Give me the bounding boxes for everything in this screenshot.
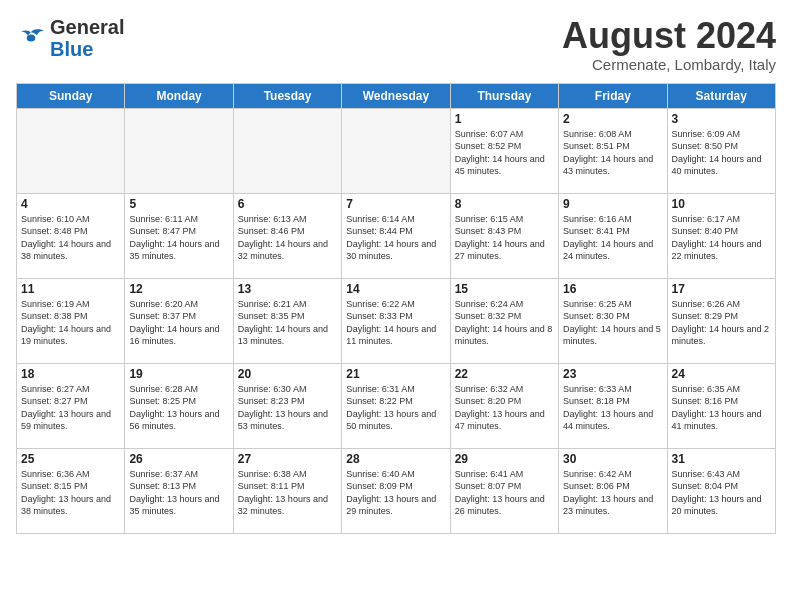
calendar-cell: 16Sunrise: 6:25 AM Sunset: 8:30 PM Dayli…	[559, 278, 667, 363]
weekday-header-monday: Monday	[125, 83, 233, 108]
calendar-cell: 24Sunrise: 6:35 AM Sunset: 8:16 PM Dayli…	[667, 363, 775, 448]
day-number: 6	[238, 197, 337, 211]
calendar-cell: 17Sunrise: 6:26 AM Sunset: 8:29 PM Dayli…	[667, 278, 775, 363]
day-number: 4	[21, 197, 120, 211]
day-number: 17	[672, 282, 771, 296]
calendar-cell: 21Sunrise: 6:31 AM Sunset: 8:22 PM Dayli…	[342, 363, 450, 448]
day-info: Sunrise: 6:36 AM Sunset: 8:15 PM Dayligh…	[21, 468, 120, 518]
day-info: Sunrise: 6:30 AM Sunset: 8:23 PM Dayligh…	[238, 383, 337, 433]
day-info: Sunrise: 6:37 AM Sunset: 8:13 PM Dayligh…	[129, 468, 228, 518]
calendar-cell: 2Sunrise: 6:08 AM Sunset: 8:51 PM Daylig…	[559, 108, 667, 193]
day-info: Sunrise: 6:24 AM Sunset: 8:32 PM Dayligh…	[455, 298, 554, 348]
location-text: Cermenate, Lombardy, Italy	[562, 56, 776, 73]
day-info: Sunrise: 6:11 AM Sunset: 8:47 PM Dayligh…	[129, 213, 228, 263]
calendar-cell: 15Sunrise: 6:24 AM Sunset: 8:32 PM Dayli…	[450, 278, 558, 363]
calendar-cell	[125, 108, 233, 193]
weekday-header-friday: Friday	[559, 83, 667, 108]
day-info: Sunrise: 6:33 AM Sunset: 8:18 PM Dayligh…	[563, 383, 662, 433]
calendar-cell: 14Sunrise: 6:22 AM Sunset: 8:33 PM Dayli…	[342, 278, 450, 363]
calendar-cell: 31Sunrise: 6:43 AM Sunset: 8:04 PM Dayli…	[667, 448, 775, 533]
day-info: Sunrise: 6:13 AM Sunset: 8:46 PM Dayligh…	[238, 213, 337, 263]
day-info: Sunrise: 6:07 AM Sunset: 8:52 PM Dayligh…	[455, 128, 554, 178]
day-number: 11	[21, 282, 120, 296]
calendar-week-row: 25Sunrise: 6:36 AM Sunset: 8:15 PM Dayli…	[17, 448, 776, 533]
day-number: 3	[672, 112, 771, 126]
day-number: 20	[238, 367, 337, 381]
day-number: 19	[129, 367, 228, 381]
calendar-cell: 4Sunrise: 6:10 AM Sunset: 8:48 PM Daylig…	[17, 193, 125, 278]
calendar-cell: 23Sunrise: 6:33 AM Sunset: 8:18 PM Dayli…	[559, 363, 667, 448]
day-number: 1	[455, 112, 554, 126]
calendar-cell: 9Sunrise: 6:16 AM Sunset: 8:41 PM Daylig…	[559, 193, 667, 278]
calendar-cell: 6Sunrise: 6:13 AM Sunset: 8:46 PM Daylig…	[233, 193, 341, 278]
day-info: Sunrise: 6:08 AM Sunset: 8:51 PM Dayligh…	[563, 128, 662, 178]
calendar-cell: 7Sunrise: 6:14 AM Sunset: 8:44 PM Daylig…	[342, 193, 450, 278]
day-number: 16	[563, 282, 662, 296]
calendar-table: SundayMondayTuesdayWednesdayThursdayFrid…	[16, 83, 776, 534]
month-title: August 2024	[562, 16, 776, 56]
calendar-cell	[17, 108, 125, 193]
calendar-cell	[233, 108, 341, 193]
svg-point-0	[27, 34, 36, 41]
day-number: 15	[455, 282, 554, 296]
day-number: 24	[672, 367, 771, 381]
day-info: Sunrise: 6:40 AM Sunset: 8:09 PM Dayligh…	[346, 468, 445, 518]
day-number: 8	[455, 197, 554, 211]
logo-general: General	[50, 16, 124, 38]
day-info: Sunrise: 6:09 AM Sunset: 8:50 PM Dayligh…	[672, 128, 771, 178]
day-number: 18	[21, 367, 120, 381]
day-info: Sunrise: 6:43 AM Sunset: 8:04 PM Dayligh…	[672, 468, 771, 518]
calendar-cell: 3Sunrise: 6:09 AM Sunset: 8:50 PM Daylig…	[667, 108, 775, 193]
day-number: 10	[672, 197, 771, 211]
calendar-cell: 19Sunrise: 6:28 AM Sunset: 8:25 PM Dayli…	[125, 363, 233, 448]
day-number: 31	[672, 452, 771, 466]
weekday-header-saturday: Saturday	[667, 83, 775, 108]
weekday-header-tuesday: Tuesday	[233, 83, 341, 108]
calendar-cell: 28Sunrise: 6:40 AM Sunset: 8:09 PM Dayli…	[342, 448, 450, 533]
day-info: Sunrise: 6:21 AM Sunset: 8:35 PM Dayligh…	[238, 298, 337, 348]
calendar-cell: 11Sunrise: 6:19 AM Sunset: 8:38 PM Dayli…	[17, 278, 125, 363]
day-number: 14	[346, 282, 445, 296]
calendar-cell: 30Sunrise: 6:42 AM Sunset: 8:06 PM Dayli…	[559, 448, 667, 533]
day-info: Sunrise: 6:16 AM Sunset: 8:41 PM Dayligh…	[563, 213, 662, 263]
day-number: 30	[563, 452, 662, 466]
day-info: Sunrise: 6:25 AM Sunset: 8:30 PM Dayligh…	[563, 298, 662, 348]
calendar-cell: 29Sunrise: 6:41 AM Sunset: 8:07 PM Dayli…	[450, 448, 558, 533]
day-info: Sunrise: 6:26 AM Sunset: 8:29 PM Dayligh…	[672, 298, 771, 348]
day-info: Sunrise: 6:10 AM Sunset: 8:48 PM Dayligh…	[21, 213, 120, 263]
day-number: 27	[238, 452, 337, 466]
day-info: Sunrise: 6:22 AM Sunset: 8:33 PM Dayligh…	[346, 298, 445, 348]
day-info: Sunrise: 6:14 AM Sunset: 8:44 PM Dayligh…	[346, 213, 445, 263]
day-number: 7	[346, 197, 445, 211]
day-info: Sunrise: 6:20 AM Sunset: 8:37 PM Dayligh…	[129, 298, 228, 348]
calendar-week-row: 4Sunrise: 6:10 AM Sunset: 8:48 PM Daylig…	[17, 193, 776, 278]
day-number: 22	[455, 367, 554, 381]
day-number: 9	[563, 197, 662, 211]
day-info: Sunrise: 6:28 AM Sunset: 8:25 PM Dayligh…	[129, 383, 228, 433]
day-info: Sunrise: 6:42 AM Sunset: 8:06 PM Dayligh…	[563, 468, 662, 518]
day-info: Sunrise: 6:38 AM Sunset: 8:11 PM Dayligh…	[238, 468, 337, 518]
logo-blue: Blue	[50, 38, 124, 60]
day-info: Sunrise: 6:31 AM Sunset: 8:22 PM Dayligh…	[346, 383, 445, 433]
day-number: 12	[129, 282, 228, 296]
weekday-header-row: SundayMondayTuesdayWednesdayThursdayFrid…	[17, 83, 776, 108]
day-info: Sunrise: 6:35 AM Sunset: 8:16 PM Dayligh…	[672, 383, 771, 433]
weekday-header-sunday: Sunday	[17, 83, 125, 108]
calendar-cell: 26Sunrise: 6:37 AM Sunset: 8:13 PM Dayli…	[125, 448, 233, 533]
calendar-week-row: 1Sunrise: 6:07 AM Sunset: 8:52 PM Daylig…	[17, 108, 776, 193]
day-number: 23	[563, 367, 662, 381]
calendar-cell: 27Sunrise: 6:38 AM Sunset: 8:11 PM Dayli…	[233, 448, 341, 533]
calendar-cell: 13Sunrise: 6:21 AM Sunset: 8:35 PM Dayli…	[233, 278, 341, 363]
title-block: August 2024 Cermenate, Lombardy, Italy	[562, 16, 776, 73]
day-number: 5	[129, 197, 228, 211]
calendar-cell: 25Sunrise: 6:36 AM Sunset: 8:15 PM Dayli…	[17, 448, 125, 533]
day-number: 2	[563, 112, 662, 126]
calendar-week-row: 11Sunrise: 6:19 AM Sunset: 8:38 PM Dayli…	[17, 278, 776, 363]
day-number: 25	[21, 452, 120, 466]
day-info: Sunrise: 6:17 AM Sunset: 8:40 PM Dayligh…	[672, 213, 771, 263]
weekday-header-thursday: Thursday	[450, 83, 558, 108]
calendar-cell: 20Sunrise: 6:30 AM Sunset: 8:23 PM Dayli…	[233, 363, 341, 448]
day-info: Sunrise: 6:15 AM Sunset: 8:43 PM Dayligh…	[455, 213, 554, 263]
logo-bird-icon	[16, 28, 46, 48]
calendar-cell: 12Sunrise: 6:20 AM Sunset: 8:37 PM Dayli…	[125, 278, 233, 363]
